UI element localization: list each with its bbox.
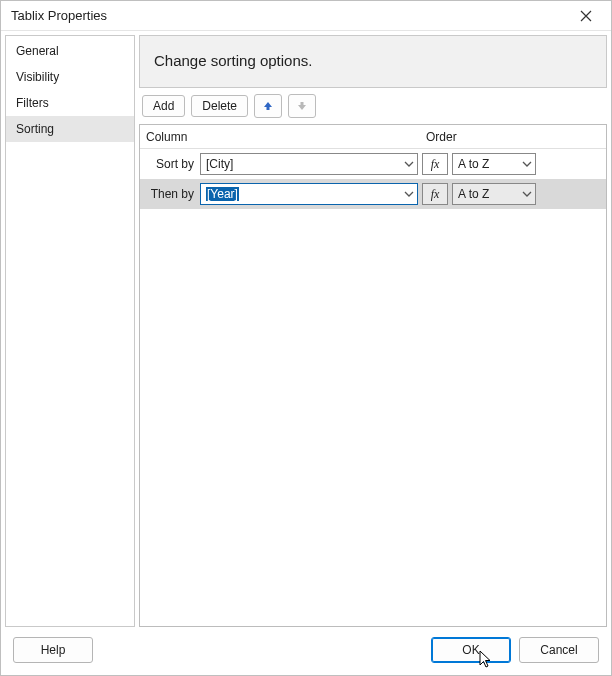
chevron-down-icon: [404, 189, 414, 199]
sort-column-value: [City]: [206, 157, 233, 171]
move-up-button[interactable]: [254, 94, 282, 118]
sidebar-item-label: General: [16, 44, 59, 58]
sort-row[interactable]: Sort by [City] fx A to Z: [140, 149, 606, 179]
chevron-down-icon: [522, 189, 532, 199]
ok-button[interactable]: OK: [431, 637, 511, 663]
main-panel: Change sorting options. Add Delete Colum…: [139, 35, 607, 627]
titlebar: Tablix Properties: [1, 1, 611, 31]
sidebar-item-label: Visibility: [16, 70, 59, 84]
delete-button[interactable]: Delete: [191, 95, 248, 117]
sort-order-combo[interactable]: A to Z: [452, 183, 536, 205]
sort-column-combo[interactable]: [City]: [200, 153, 418, 175]
toolbar: Add Delete: [139, 94, 607, 118]
grid-header: Column Order: [140, 125, 606, 149]
sort-column-value: [Year]: [206, 187, 239, 201]
sidebar-item-visibility[interactable]: Visibility: [6, 64, 134, 90]
grid-header-column: Column: [146, 130, 426, 144]
dialog-body: General Visibility Filters Sorting Chang…: [1, 31, 611, 631]
sort-row[interactable]: Then by [Year] fx A to Z: [140, 179, 606, 209]
sort-order-combo[interactable]: A to Z: [452, 153, 536, 175]
mouse-cursor-icon: [478, 650, 494, 670]
close-icon: [580, 10, 592, 22]
arrow-up-icon: [262, 100, 274, 112]
arrow-down-icon: [296, 100, 308, 112]
sort-row-label: Then by: [146, 187, 196, 201]
window-title: Tablix Properties: [11, 8, 565, 23]
move-down-button[interactable]: [288, 94, 316, 118]
sort-order-value: A to Z: [458, 157, 489, 171]
sort-grid: Column Order Sort by [City] fx A to Z: [139, 124, 607, 627]
dialog-footer: Help OK Cancel: [1, 631, 611, 675]
cancel-button[interactable]: Cancel: [519, 637, 599, 663]
close-button[interactable]: [565, 2, 607, 30]
sidebar-item-filters[interactable]: Filters: [6, 90, 134, 116]
add-button[interactable]: Add: [142, 95, 185, 117]
sidebar-item-general[interactable]: General: [6, 38, 134, 64]
chevron-down-icon: [404, 159, 414, 169]
sidebar-item-sorting[interactable]: Sorting: [6, 116, 134, 142]
chevron-down-icon: [522, 159, 532, 169]
sort-order-value: A to Z: [458, 187, 489, 201]
page-header: Change sorting options.: [139, 35, 607, 88]
sidebar-item-label: Sorting: [16, 122, 54, 136]
sidebar: General Visibility Filters Sorting: [5, 35, 135, 627]
page-title: Change sorting options.: [154, 52, 312, 69]
sort-column-combo[interactable]: [Year]: [200, 183, 418, 205]
sort-row-label: Sort by: [146, 157, 196, 171]
expression-button[interactable]: fx: [422, 183, 448, 205]
help-button[interactable]: Help: [13, 637, 93, 663]
dialog-window: Tablix Properties General Visibility Fil…: [0, 0, 612, 676]
grid-header-order: Order: [426, 130, 606, 144]
expression-button[interactable]: fx: [422, 153, 448, 175]
sidebar-item-label: Filters: [16, 96, 49, 110]
